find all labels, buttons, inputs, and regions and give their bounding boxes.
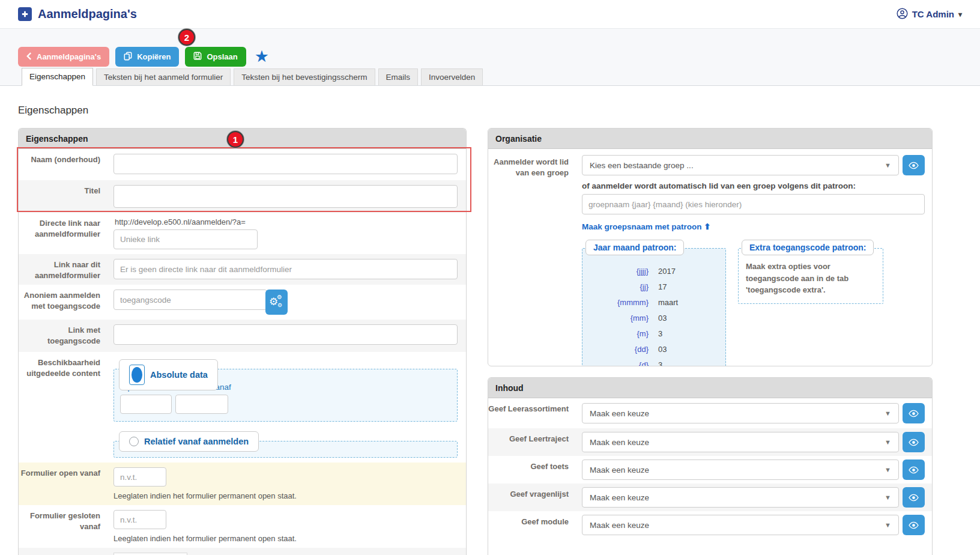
inhoud-panel: Inhoud Geef Leerassortiment Maak een keu… [488,377,933,555]
caret-down-icon: ▼ [885,494,891,501]
organisatie-panel: Organisatie Aanmelder wordt lid van een … [488,128,933,366]
save-button[interactable]: Opslaan [185,47,246,67]
section-title: Eigenschappen [18,105,88,117]
tab-teksten-aanmeld-formulier[interactable]: Teksten bij het aanmeld formulier [96,68,231,85]
groep-eye-button[interactable] [903,155,925,175]
toolbar-band: Aanmeldpagina's Kopiëren Opslaan ★ Eigen… [0,29,980,86]
toets-select[interactable]: Maak een keuze ▼ [582,459,899,480]
token-value: 3 [658,329,662,338]
back-button[interactable]: Aanmeldpagina's [18,47,109,67]
row-geef-leertraject: Geef Leertraject Maak een keuze ▼ [488,428,932,456]
leertraject-select[interactable]: Maak een keuze ▼ [582,432,899,452]
geef-module-label: Geef module [488,511,577,539]
formulier-open-help: Leeglaten indien het formulier permanent… [113,491,458,500]
geef-leertraject-label: Geef Leertraject [488,428,577,456]
leertraject-eye-button[interactable] [903,432,925,452]
row-formulier-open: Formulier open vanaf Leeglaten indien he… [19,462,466,505]
gear-small-icon: ⚙ [277,294,282,300]
user-name: TC Admin [912,9,954,19]
module-select[interactable]: Maak een keuze ▼ [582,515,899,535]
eye-icon [908,162,919,169]
leerassortiment-select-value: Maak een keuze [590,409,649,418]
row-geef-toets: Geef toets Maak een keuze ▼ [488,456,932,484]
annotation-badge-2: 2 [178,29,195,46]
token-value: 03 [658,345,667,354]
token-value: maart [658,298,678,307]
user-menu[interactable]: TC Admin ▾ [897,8,962,21]
eye-icon [908,438,919,446]
formulier-open-label: Formulier open vanaf [19,462,109,505]
radio-unselected-icon [129,437,139,446]
extra-toegangscode-title: Extra toegangscode patroon: [742,240,874,255]
toegangscode-input[interactable] [113,290,267,310]
generate-code-button[interactable]: ⚙ ⚙ ⚙ [265,290,288,315]
token-row: {jj}17 [591,279,717,294]
titel-input[interactable] [113,185,458,208]
tab-eigenschappen[interactable]: Eigenschappen [22,68,93,86]
caret-down-icon: ▼ [885,466,891,473]
token-value: 17 [658,282,667,291]
vragenlijst-select-value: Maak een keuze [590,493,649,502]
copy-button-label: Kopiëren [137,52,171,61]
caret-down-icon: ▼ [885,438,891,446]
jaar-maand-patroon-box: Jaar maand patroon: {jjjj}2017 {jj}17 {m… [582,248,726,366]
absolute-data-box: Absolute data Open vanaf Gesloten vanaf [113,369,458,422]
tab-emails[interactable]: Emails [378,68,419,85]
user-icon [897,8,908,21]
row-naam: Naam (onderhoud) [19,149,466,180]
formulier-open-input[interactable] [113,467,166,487]
maak-groepsnaam-link[interactable]: Maak groepsnaam met patroon ⬆ [582,222,711,231]
copy-button[interactable]: Kopiëren [115,47,179,67]
row-titel: Titel [19,180,466,213]
formulier-gesloten-input[interactable] [113,510,166,529]
page-title: Aanmeldpagina's [38,7,137,21]
token: {jjjj} [591,267,649,276]
extra-toegangscode-box: Extra toegangscode patroon: Maak extra o… [738,248,883,304]
module-eye-button[interactable] [903,515,925,535]
vragenlijst-eye-button[interactable] [903,487,925,508]
patroon-line: of aanmelder wordt automatisch lid van e… [582,181,925,190]
chevron-left-icon [26,52,32,62]
toets-eye-button[interactable] [903,459,925,480]
row-beschikbaarheid: Beschikbaarheid uitgedeelde content Abso… [19,352,466,462]
direct-starten-checkbox[interactable]: Direct starten [113,553,187,555]
leerassortiment-select[interactable]: Maak een keuze ▼ [582,403,899,423]
relatief-box: Relatief vanaf aanmelden [113,441,458,458]
copy-icon [124,52,132,62]
formulier-gesloten-label: Formulier gesloten vanaf [19,505,109,548]
groep-label: Aanmelder wordt lid van een groep [488,149,577,366]
unieke-link-input[interactable] [113,229,258,249]
tab-teksten-bevestigingsscherm[interactable]: Teksten bij het bevestigingsscherm [234,68,375,85]
plus-icon [18,7,32,21]
row-direct-starten: Direct starten Direct starten [19,548,466,555]
bestaande-groep-select[interactable]: Kies een bestaande groep ... ▼ [582,155,899,175]
naam-input[interactable] [113,154,458,174]
absolute-data-radio[interactable]: Absolute data [119,359,218,390]
beschikbaarheid-label: Beschikbaarheid uitgedeelde content [19,352,109,462]
row-geef-module: Geef module Maak een keuze ▼ [488,511,932,539]
token: {mm} [591,314,649,323]
geef-toets-label: Geef toets [488,456,577,484]
token: {d} [591,360,649,367]
link-naar-input[interactable] [113,259,458,279]
token-row: {d}3 [591,357,717,366]
token-value: 2017 [658,267,676,276]
favorite-star-icon[interactable]: ★ [255,47,269,67]
tab-invoervelden[interactable]: Invoervelden [421,68,483,85]
radio-selected-icon [129,365,145,385]
patroon-input[interactable] [582,194,925,214]
chevron-down-icon: ▾ [958,10,962,19]
button-row: Aanmeldpagina's Kopiëren Opslaan ★ [18,47,269,67]
naam-label: Naam (onderhoud) [19,149,109,180]
relatief-radio[interactable]: Relatief vanaf aanmelden [119,431,259,452]
titel-label: Titel [19,180,109,213]
link-met-input[interactable] [113,324,458,345]
vragenlijst-select[interactable]: Maak een keuze ▼ [582,487,899,508]
gesloten-vanaf-input[interactable] [175,395,228,414]
open-vanaf-input[interactable] [120,395,172,414]
annotation-badge-1: 1 [227,131,244,148]
token-row: {mm}03 [591,310,717,326]
token-row: {mmmm}maart [591,294,717,310]
geef-vragenlijst-label: Geef vragenlijst [488,484,577,511]
leerassortiment-eye-button[interactable] [903,403,925,423]
